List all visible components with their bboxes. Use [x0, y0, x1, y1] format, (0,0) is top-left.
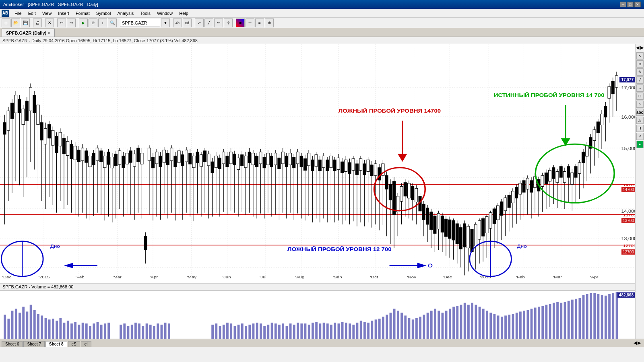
volume-chart[interactable]: 20 482,868 [0, 290, 635, 339]
svg-rect-218 [341, 162, 344, 173]
color-picker[interactable]: ■ [236, 19, 245, 27]
svg-rect-541 [556, 302, 559, 339]
tool-extra[interactable]: ⊕ [265, 19, 274, 27]
menu-help[interactable]: Help [176, 10, 192, 16]
cursor-tool[interactable]: ↖ [636, 52, 644, 60]
draw-tools[interactable]: ✏ [214, 19, 223, 27]
svg-rect-465 [275, 323, 277, 339]
toolbar: □ 📂 💾 🖨 ✕ ↩ ↪ ▶ ⊕ i 🔍 ▼ 4h 6d ↗ ╱ ✏ ⊹ ■ … [0, 18, 644, 28]
new-button[interactable]: □ [2, 19, 10, 27]
right-tools-panel: ◀ ▶ ↖ ⊕ ✎ ╱ → □ ○ abc △ H ↗ ● [635, 44, 644, 339]
svg-rect-40 [10, 103, 13, 119]
text-tool[interactable]: abc [636, 109, 644, 116]
scroll-right-icon[interactable]: ▶ [638, 340, 641, 346]
rectangle-tool[interactable]: □ [636, 93, 644, 100]
chart-tab[interactable]: SPFB.GAZR (Daily) × [2, 29, 55, 37]
menu-view[interactable]: View [39, 10, 55, 16]
menu-insert[interactable]: Insert [55, 10, 72, 16]
ray-tool[interactable]: → [636, 84, 644, 92]
titlebar-controls[interactable]: ─ □ ✕ [620, 2, 641, 7]
zoom-in-button[interactable]: ⊕ [89, 19, 97, 27]
svg-rect-430 [97, 322, 99, 339]
period-2[interactable]: 6d [183, 19, 192, 27]
svg-rect-535 [534, 308, 537, 339]
svg-rect-54 [37, 105, 39, 125]
svg-rect-198 [303, 158, 306, 170]
save-button[interactable]: 💾 [21, 19, 30, 27]
period-d[interactable]: 4h [173, 19, 182, 27]
nav-left-icon[interactable]: ◀ [636, 45, 639, 51]
symbol-input[interactable] [120, 19, 160, 27]
svg-rect-442 [149, 325, 152, 339]
svg-rect-334 [556, 171, 559, 182]
svg-rect-72 [70, 144, 73, 159]
svg-rect-536 [538, 307, 540, 339]
info-button[interactable]: i [98, 19, 107, 27]
tab-close-button[interactable]: × [48, 31, 50, 35]
svg-rect-500 [404, 315, 407, 339]
draw-more[interactable]: ⊹ [224, 19, 233, 27]
draw-line[interactable]: ╱ [204, 19, 213, 27]
svg-rect-524 [493, 314, 496, 339]
svg-rect-346 [578, 162, 581, 173]
menu-file[interactable]: File [11, 10, 25, 16]
menu-symbol[interactable]: Symbol [93, 10, 114, 16]
h-line-tool[interactable]: H [636, 125, 644, 132]
svg-rect-362 [608, 86, 611, 98]
sheet-tab-es[interactable]: eS [68, 341, 80, 347]
menu-analysis[interactable]: Analysis [114, 10, 137, 16]
svg-rect-492 [375, 319, 377, 339]
scroll-left-icon[interactable]: ◀ [634, 340, 637, 346]
menu-edit[interactable]: Edit [25, 10, 39, 16]
triangle-tool[interactable]: △ [636, 117, 644, 124]
svg-rect-106 [133, 154, 136, 167]
sheet-tab-6[interactable]: Sheet 6 [2, 341, 23, 347]
maximize-button[interactable]: □ [627, 2, 634, 7]
sheet-tab-7[interactable]: Sheet 7 [23, 341, 44, 347]
svg-rect-286 [467, 226, 470, 248]
line-tool[interactable]: ╱ [636, 76, 644, 84]
svg-rect-410 [22, 307, 25, 339]
svg-rect-216 [337, 158, 340, 169]
minimize-button[interactable]: ─ [620, 2, 626, 7]
menu-window[interactable]: Window [154, 10, 176, 16]
line-style[interactable]: ─ [246, 19, 254, 27]
print-button[interactable]: 🖨 [33, 19, 42, 27]
price-chart[interactable]: 17,000 16,000 15,000 14700 13700 12700 1… [0, 44, 635, 283]
sheet-tab-el[interactable]: el [81, 341, 91, 347]
svg-rect-436 [127, 326, 130, 339]
menu-format[interactable]: Format [72, 10, 93, 16]
crosshair-tool[interactable]: ⊕ [636, 60, 644, 68]
line-width[interactable]: ≡ [255, 19, 264, 27]
svg-rect-354 [593, 130, 596, 140]
draw-arrow[interactable]: ↗ [195, 19, 204, 27]
undo-button[interactable]: ↩ [57, 19, 66, 27]
symbol-go[interactable]: ▼ [161, 19, 170, 27]
redo-button[interactable]: ↪ [67, 19, 76, 27]
refresh-button[interactable]: ▶ [79, 19, 88, 27]
open-button[interactable]: 📂 [11, 19, 20, 27]
svg-rect-426 [82, 323, 84, 339]
fibonacci-tool[interactable]: ● [636, 141, 644, 148]
nav-right-icon[interactable]: ▶ [640, 45, 644, 51]
arrow-tool[interactable]: ↗ [636, 133, 644, 140]
volume-label: SPFB.GAZR - Volume = 482,868.00 [0, 283, 635, 290]
sheet-tab-8[interactable]: Sheet 8 [45, 341, 67, 347]
svg-rect-168 [248, 152, 251, 163]
svg-text:16,000: 16,000 [621, 115, 635, 119]
close-button[interactable]: ✕ [634, 2, 641, 7]
app-logo: AB [2, 10, 9, 17]
svg-rect-437 [131, 325, 133, 339]
menu-tools[interactable]: Tools [137, 10, 154, 16]
svg-rect-475 [312, 323, 314, 339]
svg-rect-488 [360, 321, 362, 339]
svg-text:Дно: Дно [517, 243, 527, 249]
svg-rect-429 [93, 323, 95, 339]
svg-rect-494 [382, 317, 384, 339]
delete-button[interactable]: ✕ [45, 19, 54, 27]
pencil-tool[interactable]: ✎ [636, 68, 644, 76]
svg-rect-439 [138, 323, 140, 339]
zoom-button2[interactable]: 🔍 [108, 19, 117, 27]
ellipse-tool[interactable]: ○ [636, 101, 644, 108]
svg-rect-544 [568, 301, 570, 339]
